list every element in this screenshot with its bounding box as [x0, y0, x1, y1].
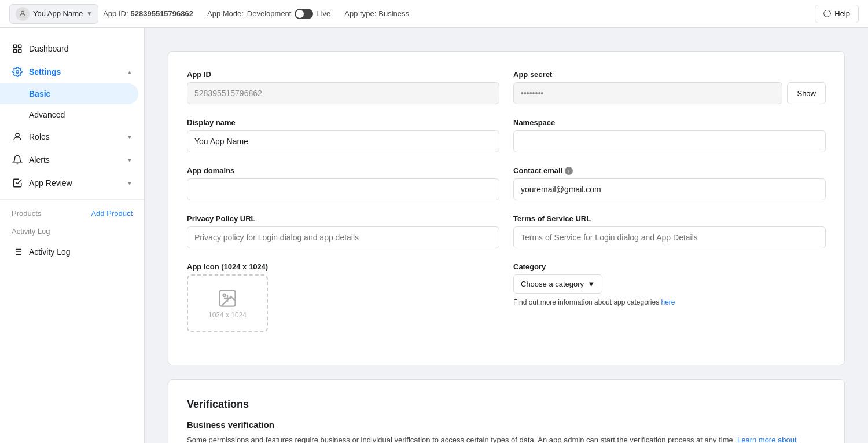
icon-category-row: App icon (1024 x 1024) 1024 x 1024 Ca [187, 262, 826, 332]
app-icon-upload[interactable]: 1024 x 1024 [187, 274, 268, 332]
app-secret-row: Show [513, 82, 826, 104]
basic-label: Basic [29, 89, 50, 98]
image-upload-icon [217, 288, 238, 309]
svg-point-5 [16, 71, 19, 74]
sidebar-item-dashboard[interactable]: Dashboard [0, 37, 144, 60]
app-icon-col: App icon (1024 x 1024) 1024 x 1024 [187, 262, 499, 332]
roles-icon [12, 131, 23, 142]
verifications-title: Verifications [187, 398, 826, 411]
app-mode-meta: App Mode: Development Live [207, 9, 330, 19]
app-selector-name: You App Name [33, 9, 83, 18]
svg-rect-4 [19, 50, 21, 53]
display-name-input[interactable] [187, 130, 499, 152]
app-icon-label: App icon (1024 x 1024) [187, 262, 499, 271]
settings-label: Settings [29, 67, 61, 76]
app-avatar [16, 7, 30, 21]
contact-email-input[interactable] [513, 178, 826, 200]
sidebar-item-advanced[interactable]: Advanced [0, 104, 144, 125]
biz-verification-desc: Some permissions and features require bu… [187, 434, 826, 443]
category-chevron-icon: ▼ [587, 280, 595, 288]
display-name-namespace-row: Display name Namespace [187, 118, 826, 152]
biz-verification-title: Business verification [187, 420, 826, 430]
show-secret-button[interactable]: Show [787, 82, 826, 104]
toggle-knob [296, 10, 304, 18]
app-domains-label: App domains [187, 166, 499, 175]
topbar: You App Name ▼ App ID: 528395515796862 A… [0, 0, 868, 28]
topbar-meta: App ID: 528395515796862 App Mode: Develo… [103, 9, 409, 19]
sidebar-item-roles[interactable]: Roles ▼ [0, 125, 144, 148]
sidebar-item-basic[interactable]: Basic [0, 83, 138, 104]
roles-expand-icon: ▼ [127, 134, 133, 140]
namespace-label: Namespace [513, 118, 826, 127]
svg-point-6 [16, 133, 19, 137]
svg-point-14 [223, 294, 226, 297]
app-domains-input[interactable] [187, 178, 499, 200]
app-mode-label: App Mode: [207, 9, 244, 18]
category-info-link[interactable]: here [661, 298, 675, 306]
add-product-link[interactable]: Add Product [91, 209, 133, 218]
alerts-icon [12, 154, 23, 166]
app-id-secret-row: App ID App secret Show [187, 70, 826, 104]
app-icon-size-label: 1024 x 1024 [208, 311, 247, 319]
choose-category-label: Choose a category [521, 280, 584, 288]
app-id-meta: App ID: 528395515796862 [103, 9, 193, 18]
sidebar-activity-log-main[interactable]: Activity Log [0, 240, 144, 263]
main-content: App ID App secret Show Display name [145, 28, 868, 443]
app-review-label: App Review [29, 178, 72, 188]
advanced-label: Advanced [29, 110, 65, 119]
sidebar-divider [0, 199, 144, 200]
app-id-input [187, 82, 499, 104]
roles-label: Roles [29, 132, 50, 141]
sidebar-activity-log-small[interactable]: Activity Log [0, 222, 144, 240]
privacy-policy-label: Privacy Policy URL [187, 214, 499, 223]
terms-of-service-input[interactable] [513, 226, 826, 248]
activity-log-icon [12, 246, 23, 258]
app-id-label: App ID: [103, 9, 128, 18]
settings-icon [12, 66, 23, 78]
live-label: Live [317, 9, 330, 18]
app-id-label: App ID [187, 70, 499, 79]
app-review-expand-icon: ▼ [127, 180, 133, 186]
dashboard-icon [12, 43, 23, 54]
mode-toggle-pill[interactable] [295, 9, 313, 19]
sidebar-item-app-review[interactable]: App Review ▼ [0, 171, 144, 195]
svg-rect-3 [13, 50, 16, 53]
activity-log-main-label: Activity Log [29, 247, 71, 257]
domains-email-row: App domains Contact email i [187, 166, 826, 200]
alerts-label: Alerts [29, 155, 50, 164]
activity-log-small-label: Activity Log [12, 227, 50, 236]
namespace-input[interactable] [513, 130, 826, 152]
basic-settings-card: App ID App secret Show Display name [168, 51, 845, 365]
app-domains-col: App domains [187, 166, 499, 200]
sidebar-item-alerts[interactable]: Alerts ▼ [0, 148, 144, 171]
verifications-card: Verifications Business verification Some… [168, 379, 845, 443]
sidebar-item-settings[interactable]: Settings ▲ [0, 60, 144, 83]
display-name-col: Display name [187, 118, 499, 152]
chevron-down-icon: ▼ [86, 10, 92, 17]
app-mode-value: Development [247, 9, 292, 18]
app-type-meta: App type: Business [344, 9, 409, 18]
display-name-label: Display name [187, 118, 499, 127]
svg-point-0 [21, 11, 24, 14]
app-selector[interactable]: You App Name ▼ [9, 4, 98, 24]
contact-email-info-icon[interactable]: i [565, 167, 573, 175]
terms-of-service-label: Terms of Service URL [513, 214, 826, 223]
alerts-expand-icon: ▼ [127, 157, 133, 163]
dashboard-label: Dashboard [29, 44, 69, 53]
app-id-value: 528395515796862 [131, 9, 193, 18]
privacy-policy-col: Privacy Policy URL [187, 214, 499, 248]
products-row: Products Add Product [0, 204, 144, 222]
category-label: Category [513, 262, 826, 271]
app-type-label: App type: [344, 9, 376, 18]
namespace-col: Namespace [513, 118, 826, 152]
category-info: Find out more information about app cate… [513, 298, 826, 306]
contact-email-col: Contact email i [513, 166, 826, 200]
svg-rect-1 [13, 45, 16, 47]
help-icon: ⓘ [823, 9, 831, 19]
privacy-policy-input[interactable] [187, 226, 499, 248]
app-secret-col: App secret Show [513, 70, 826, 104]
app-id-col: App ID [187, 70, 499, 104]
help-label: Help [834, 9, 850, 18]
help-button[interactable]: ⓘ Help [815, 5, 859, 23]
category-select[interactable]: Choose a category ▼ [513, 274, 602, 294]
